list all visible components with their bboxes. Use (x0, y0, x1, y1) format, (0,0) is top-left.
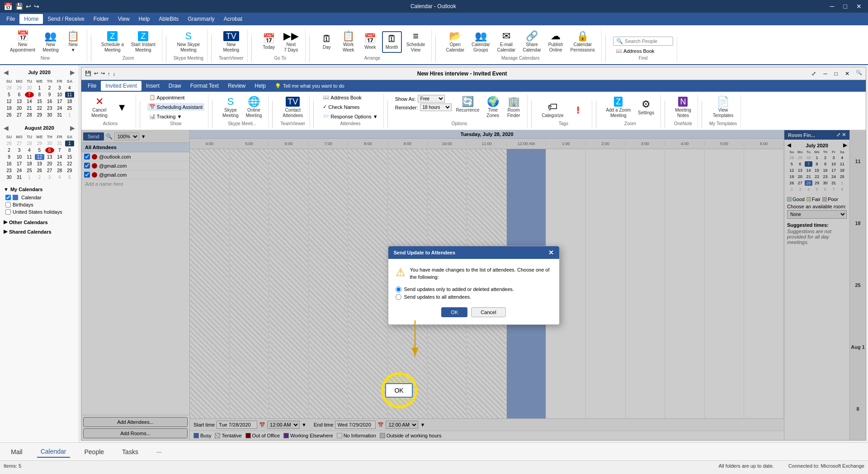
dialog-radio-1[interactable] (396, 286, 401, 292)
menu-file[interactable]: File (2, 14, 19, 24)
inner-menu-insert[interactable]: Insert (142, 81, 164, 91)
nav-more[interactable]: ··· (153, 446, 165, 457)
other-calendars-header[interactable]: ▶ Other Calendars (4, 219, 75, 225)
month-btn[interactable]: 🗓 Month (382, 31, 402, 53)
calendar-item-birthdays[interactable]: Birthdays (4, 201, 75, 208)
publish-online-btn[interactable]: ☁ PublishOnline (546, 29, 566, 55)
nav-tasks[interactable]: Tasks (118, 446, 142, 457)
new-skype-meeting-btn[interactable]: S New SkypeMeeting (174, 29, 203, 55)
inner-search-icon[interactable]: 🔍 (856, 70, 862, 78)
close-btn[interactable]: ✕ (854, 2, 864, 11)
dialog-option-1[interactable]: Send updates only to added or deleted at… (396, 286, 552, 292)
us-holidays-checkbox[interactable] (5, 209, 11, 215)
work-week-btn[interactable]: 📋 WorkWeek (339, 29, 359, 55)
calendar-groups-btn[interactable]: 👥 CalendarGroups (469, 29, 493, 55)
dialog-ok-btn[interactable]: OK (441, 307, 467, 317)
search-people-input[interactable] (625, 38, 670, 44)
birthdays-checkbox[interactable] (5, 202, 11, 207)
quick-access-save[interactable]: 💾 (15, 3, 23, 10)
appointment-view-btn[interactable]: 📋 Appointment (147, 94, 187, 101)
start-instant-meeting-btn[interactable]: Z Start InstantMeeting (128, 29, 158, 55)
calendar-permissions-btn[interactable]: 🔒 CalendarPermissions (568, 29, 598, 55)
inner-restore-btn[interactable]: □ (832, 70, 840, 78)
nav-people[interactable]: People (81, 446, 108, 457)
email-calendar-btn[interactable]: ✉ E-mailCalendar (495, 29, 519, 55)
inner-up-icon[interactable]: ↑ (108, 71, 110, 76)
dialog-close-btn[interactable]: ✕ (548, 249, 554, 256)
time-zones-btn[interactable]: 🌍 TimeZones (483, 95, 503, 120)
show-as-select[interactable]: Free Busy Tentative (418, 95, 445, 103)
calendar-item-calendar[interactable]: Calendar (4, 194, 75, 201)
add-zoom-meeting-btn[interactable]: Z Add a ZoomMeeting (604, 95, 633, 120)
contact-attendees-btn[interactable]: TV ContactAttendees (280, 95, 306, 120)
inner-undo-icon[interactable]: ↩ (94, 70, 98, 76)
response-options-btn[interactable]: 📨 Response Options ▼ (321, 113, 379, 120)
inner-menu-invited-event[interactable]: Invited Event (101, 81, 141, 91)
calendar-item-us-holidays[interactable]: United States holidays (4, 208, 75, 216)
inner-menu-review[interactable]: Review (223, 81, 250, 91)
nav-calendar[interactable]: Calendar (37, 446, 70, 458)
quick-access-redo[interactable]: ↪ (34, 3, 39, 10)
inner-menu-file[interactable]: File (83, 81, 101, 91)
menu-view[interactable]: View (113, 14, 134, 24)
inner-close-btn[interactable]: ✕ (842, 70, 852, 78)
day-view-btn[interactable]: 🗓 Day (317, 32, 337, 52)
inner-menu-format-text[interactable]: Format Text (186, 81, 223, 91)
menu-grammarly[interactable]: Grammarly (183, 14, 219, 24)
next-7-days-btn[interactable]: ▶▶ Next7 Days (281, 29, 302, 55)
restore-btn[interactable]: □ (841, 2, 850, 11)
schedule-meeting-btn[interactable]: Z Schedule aMeeting (99, 29, 127, 55)
new-meeting-btn[interactable]: 👥 NewMeeting (40, 29, 61, 55)
ok-highlight-btn[interactable]: OK (385, 383, 412, 398)
categorize-btn[interactable]: 🏷 Categorize (539, 100, 566, 120)
aug-prev-btn[interactable]: ◀ (4, 124, 9, 131)
tracking-btn[interactable]: 📊 Tracking ▼ (147, 113, 184, 120)
nav-mail[interactable]: Mail (7, 446, 26, 457)
reminder-select[interactable]: 18 hours None 15 minutes (420, 103, 452, 111)
quick-access-undo[interactable]: ↩ (26, 3, 31, 10)
meeting-notes-btn[interactable]: N MeetingNotes (672, 95, 694, 120)
inner-minimize-btn[interactable]: ─ (821, 70, 830, 78)
new-tv-meeting-btn[interactable]: TV NewMeeting (220, 29, 242, 55)
july-prev-btn[interactable]: ◀ (4, 69, 9, 76)
minimize-btn[interactable]: ─ (827, 2, 837, 11)
room-finder-btn[interactable]: 🏢 RoomFinder (504, 95, 524, 120)
actions-dropdown-btn[interactable]: ▼ (112, 101, 132, 114)
dialog-radio-2[interactable] (396, 294, 401, 300)
inner-expand-btn[interactable]: ⤢ (809, 70, 819, 78)
menu-send-receive[interactable]: Send / Receive (43, 14, 89, 24)
calendar-checkbox[interactable] (5, 195, 11, 200)
new-appointment-btn[interactable]: 📅 NewAppointment (7, 29, 38, 55)
menu-acrobat[interactable]: Acrobat (219, 14, 247, 24)
inner-redo-icon[interactable]: ↪ (101, 70, 105, 76)
importance-high-btn[interactable]: ! (568, 103, 588, 117)
address-book-inner-btn[interactable]: 📖 Address Book (321, 94, 363, 101)
recurrence-btn[interactable]: 🔄 Recurrence (453, 95, 482, 120)
inner-save-icon[interactable]: 💾 (85, 70, 91, 76)
inner-skype-btn[interactable]: S SkypeMeeting (220, 95, 241, 120)
inner-menu-help[interactable]: Help (250, 81, 270, 91)
open-calendar-btn[interactable]: 📂 OpenCalendar (443, 29, 467, 55)
week-btn[interactable]: 📅 Week (360, 32, 380, 52)
menu-folder[interactable]: Folder (89, 14, 113, 24)
menu-home[interactable]: Home (19, 14, 43, 24)
share-calendar-btn[interactable]: 🔗 ShareCalendar (520, 29, 544, 55)
july-next-btn[interactable]: ▶ (70, 69, 75, 76)
shared-calendars-header[interactable]: ▶ Shared Calendars (4, 229, 75, 235)
zoom-settings-btn[interactable]: ⚙ Settings (635, 98, 657, 117)
online-meeting-btn[interactable]: 🌐 OnlineMeeting (243, 95, 265, 120)
today-btn[interactable]: 📅 Today (259, 32, 279, 52)
inner-menu-draw[interactable]: Draw (164, 81, 186, 91)
menu-ablebits[interactable]: AbleBits (154, 14, 183, 24)
check-names-btn[interactable]: ✓ Check Names (321, 103, 361, 111)
dialog-option-2[interactable]: Send updates to all attendees. (396, 294, 552, 300)
schedule-view-btn[interactable]: ≡ ScheduleView (404, 29, 428, 55)
dialog-cancel-btn[interactable]: Cancel (471, 307, 505, 317)
aug-next-btn[interactable]: ▶ (70, 124, 75, 131)
menu-help[interactable]: Help (134, 14, 155, 24)
view-templates-btn[interactable]: 📄 ViewTemplates (710, 95, 736, 120)
my-calendars-header[interactable]: ▼ My Calendars (4, 187, 75, 192)
new-items-btn[interactable]: 📋 New▼ (63, 29, 83, 55)
cancel-meeting-btn[interactable]: ✕ CancelMeeting (89, 95, 110, 120)
address-book-btn[interactable]: 📖 Address Book (613, 47, 673, 55)
